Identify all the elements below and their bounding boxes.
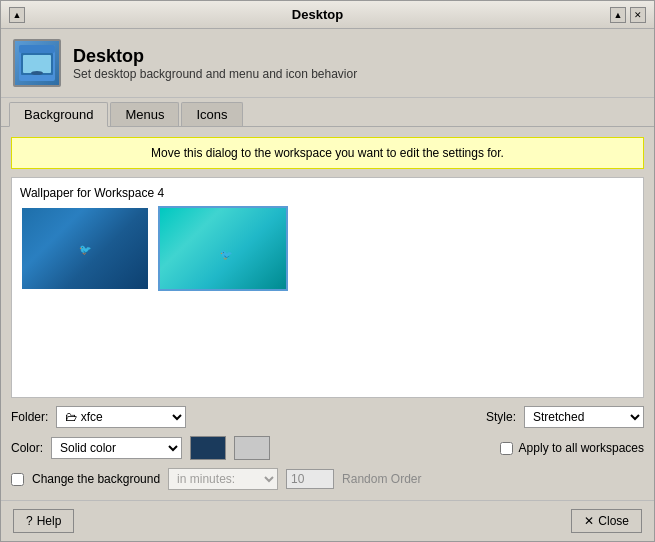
titlebar-right-buttons: ▲ ✕ bbox=[610, 7, 646, 23]
wallpaper-label: Wallpaper for Workspace 4 bbox=[20, 186, 635, 200]
change-background-checkbox[interactable] bbox=[11, 473, 24, 486]
color-row: Color: Solid color Horizontal gradient V… bbox=[11, 436, 644, 460]
wallpaper-item-2[interactable]: 🐦 bbox=[158, 206, 288, 291]
bird-icon-1: 🐦 bbox=[79, 244, 91, 255]
wallpaper-section: Wallpaper for Workspace 4 🐦 🐦 bbox=[11, 177, 644, 398]
titlebar-title: Desktop bbox=[25, 7, 610, 22]
titlebar-up2-button[interactable]: ▲ bbox=[610, 7, 626, 23]
close-icon: ✕ bbox=[584, 514, 594, 528]
color-swatch-primary[interactable] bbox=[190, 436, 226, 460]
color-type-select[interactable]: Solid color Horizontal gradient Vertical… bbox=[51, 437, 182, 459]
close-button[interactable]: ✕ Close bbox=[571, 509, 642, 533]
app-title: Desktop bbox=[73, 46, 357, 67]
folder-row: Folder: 🗁 xfce Style: Stretched Scaled Z… bbox=[11, 406, 644, 428]
bird-icon-2: 🐦 bbox=[220, 249, 232, 260]
desktop-dialog: ▲ Desktop ▲ ✕ Desktop Set desktop backgr… bbox=[0, 0, 655, 542]
app-icon bbox=[13, 39, 61, 87]
svg-rect-3 bbox=[23, 55, 51, 73]
header: Desktop Set desktop background and menu … bbox=[1, 29, 654, 98]
change-background-label: Change the background bbox=[32, 472, 160, 486]
time-unit-select: in minutes: in hours: in seconds: bbox=[168, 468, 278, 490]
wallpaper-item-1[interactable]: 🐦 bbox=[20, 206, 150, 291]
close-label: Close bbox=[598, 514, 629, 528]
random-order-label: Random Order bbox=[342, 472, 421, 486]
folder-select[interactable]: 🗁 xfce bbox=[56, 406, 186, 428]
svg-point-4 bbox=[31, 71, 43, 75]
color-swatch-secondary[interactable] bbox=[234, 436, 270, 460]
titlebar: ▲ Desktop ▲ ✕ bbox=[1, 1, 654, 29]
help-button[interactable]: ? Help bbox=[13, 509, 74, 533]
header-text: Desktop Set desktop background and menu … bbox=[73, 46, 357, 81]
time-number-input bbox=[286, 469, 334, 489]
apply-all-label: Apply to all workspaces bbox=[519, 441, 644, 455]
help-label: Help bbox=[37, 514, 62, 528]
info-message: Move this dialog to the workspace you wa… bbox=[151, 146, 504, 160]
footer: ? Help ✕ Close bbox=[1, 500, 654, 541]
tabs-bar: Background Menus Icons bbox=[1, 98, 654, 127]
style-select[interactable]: Stretched Scaled Zoomed Centered Tiled bbox=[524, 406, 644, 428]
change-background-row: Change the background in minutes: in hou… bbox=[11, 468, 644, 490]
tab-background[interactable]: Background bbox=[9, 102, 108, 127]
folder-label: Folder: bbox=[11, 410, 48, 424]
tab-icons[interactable]: Icons bbox=[181, 102, 242, 126]
style-label: Style: bbox=[486, 410, 516, 424]
help-icon: ? bbox=[26, 514, 33, 528]
color-label: Color: bbox=[11, 441, 43, 455]
info-bar: Move this dialog to the workspace you wa… bbox=[11, 137, 644, 169]
apply-all-checkbox[interactable] bbox=[500, 442, 513, 455]
svg-rect-2 bbox=[19, 45, 55, 53]
titlebar-left-buttons: ▲ bbox=[9, 7, 25, 23]
tab-menus[interactable]: Menus bbox=[110, 102, 179, 126]
titlebar-up-button[interactable]: ▲ bbox=[9, 7, 25, 23]
wallpaper-grid: 🐦 🐦 bbox=[20, 206, 635, 291]
apply-checkbox-row: Apply to all workspaces bbox=[500, 441, 644, 455]
titlebar-close-button[interactable]: ✕ bbox=[630, 7, 646, 23]
wallpaper-thumb-2: 🐦 bbox=[160, 208, 286, 289]
wallpaper-thumb-1: 🐦 bbox=[22, 208, 148, 289]
app-subtitle: Set desktop background and menu and icon… bbox=[73, 67, 357, 81]
tab-content: Move this dialog to the workspace you wa… bbox=[1, 127, 654, 500]
